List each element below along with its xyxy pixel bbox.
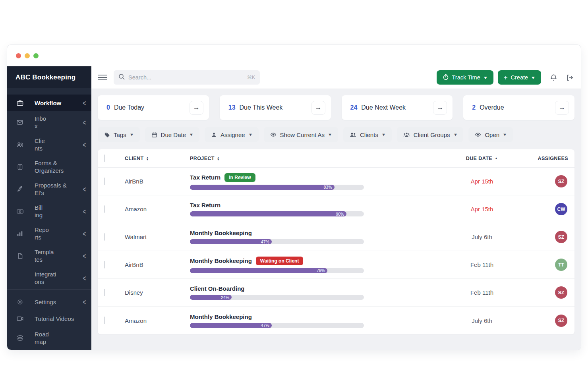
brand-title: ABC Bookkeeping [7,66,91,88]
search-box[interactable]: ⌘K [114,70,260,85]
filter-clients[interactable]: Clients▼ [343,127,392,142]
status-badge: In Review [224,173,255,182]
select-all-checkbox[interactable] [104,154,105,162]
stat-card-due-next-week: 24Due Next Week→ [342,95,453,120]
sidebar-item-clients[interactable]: Clie nts< [7,133,91,156]
sidebar-item-proposals-els[interactable]: Proposals & El’s< [7,178,91,200]
assignee-avatar[interactable]: SZ [555,175,567,187]
notifications-bell-icon[interactable] [550,74,557,81]
row-checkbox[interactable] [104,261,105,268]
sidebar-item-label: Repo rts [35,226,81,241]
sidebar-item-forms-organizers[interactable]: Forms & Organizers [7,156,91,178]
search-shortcut: ⌘K [247,75,255,80]
filter-client-groups[interactable]: Client Groups▼ [397,127,464,142]
chevron-down-icon: ▼ [381,133,386,137]
stat-value: 0 [106,104,110,111]
create-button[interactable]: + Create ▼ [498,70,541,85]
roadmap-icon [16,334,24,342]
chevron-left-icon: < [83,207,86,216]
row-checkbox[interactable] [104,178,105,185]
arrow-right-icon[interactable]: → [433,101,447,115]
sidebar-footer-nav: Settings<Tutorial VideosRoad map [7,289,91,350]
filter-assignee[interactable]: Assignee▼ [205,127,259,142]
table-row[interactable]: DisneyClient On-Boarding24%Feb 11thSZ [98,279,574,307]
progress-percent: 24% [221,295,232,300]
arrow-right-icon[interactable]: → [311,101,325,115]
search-input[interactable] [128,74,247,81]
arrow-right-icon[interactable]: → [190,101,203,115]
filter-show-current-as[interactable]: Show Current As▼ [264,127,338,142]
assignee-avatar[interactable]: CW [555,203,567,215]
row-checkbox[interactable] [104,205,105,213]
due-date: July 6th [432,234,532,240]
chevron-left-icon: < [83,141,86,149]
table-row[interactable]: AirBnBMonthly BookkeepingWaiting on Clie… [98,251,574,279]
chevron-down-icon: ▼ [248,133,253,137]
row-checkbox[interactable] [104,289,105,296]
window-close-button[interactable] [16,53,21,58]
chevron-down-icon: ▼ [503,133,507,137]
sidebar-nav: Workflow<Inbo x<Clie nts<Forms & Organiz… [7,88,91,289]
project-name: Tax Return [190,202,220,209]
arrow-right-icon[interactable]: → [555,101,569,115]
filter-due-date[interactable]: Due Date▼ [145,127,199,142]
sidebar-item-workflow[interactable]: Workflow< [7,95,91,111]
sidebar-item-inbox[interactable]: Inbo x< [7,111,91,133]
due-date: Apr 15th [432,206,532,212]
stat-label: Due Next Week [361,104,406,111]
sidebar-item-label: Proposals & El’s [35,182,81,197]
sidebar-item-templates[interactable]: Templa tes< [7,245,91,267]
sidebar-item-label: Settings [35,298,81,306]
track-time-button[interactable]: Track Time ▼ [437,70,493,85]
eye-icon [475,131,481,138]
forms-icon [16,163,24,171]
progress-percent: 47% [261,323,272,328]
client-name: Amazon [125,317,190,324]
row-checkbox[interactable] [104,233,105,241]
assignee-avatar[interactable]: SZ [555,231,567,243]
filter-tags[interactable]: Tags▼ [98,127,140,142]
chevron-down-icon: ▼ [531,75,536,80]
assignee-avatar[interactable]: SZ [555,315,567,327]
filter-label: Tags [114,131,126,138]
project-name: Monthly Bookkeeping [190,313,252,320]
sidebar-item-settings[interactable]: Settings< [7,294,91,310]
column-header-project[interactable]: PROJECT ▲▼ [190,156,432,161]
stat-label: Overdue [480,104,504,111]
filter-label: Due Date [161,131,186,138]
sidebar-item-reports[interactable]: Repo rts< [7,222,91,245]
window-zoom-button[interactable] [33,53,39,58]
menu-toggle-icon[interactable] [98,75,107,80]
stat-value: 2 [472,104,476,111]
table-row[interactable]: WalmartMonthly Bookkeeping47%July 6thSZ [98,223,574,251]
table-row[interactable]: AmazonMonthly Bookkeeping47%July 6thSZ [98,307,574,334]
briefcase-icon [16,99,24,107]
sidebar-item-integrations[interactable]: Integrati ons< [7,267,91,289]
assignee-avatar[interactable]: TT [555,259,567,271]
logout-icon[interactable] [566,74,574,81]
client-name: Disney [125,289,190,296]
column-header-due-date[interactable]: DUE DATE ▲ [432,156,532,161]
filter-open[interactable]: Open▼ [468,127,513,142]
sidebar-item-tutorial-videos[interactable]: Tutorial Videos [7,310,91,327]
row-checkbox[interactable] [104,317,105,324]
sidebar-item-label: Tutorial Videos [35,315,86,322]
progress-bar: 90% [190,211,364,216]
app-window: ABC Bookkeeping Workflow<Inbo x<Clie nts… [7,45,581,350]
chevron-down-icon: ▼ [483,75,488,80]
column-header-client[interactable]: CLIENT ▲▼ [125,156,190,161]
progress-bar: 24% [190,295,364,300]
window-minimize-button[interactable] [25,53,30,58]
chevron-left-icon: < [83,252,86,260]
table-row[interactable]: AirBnBTax ReturnIn Review83%Apr 15thSZ [98,168,574,195]
calendar-icon [151,132,157,138]
billing-icon [16,207,24,215]
sidebar-item-label: Bill ing [35,204,81,219]
sidebar-item-billing[interactable]: Bill ing< [7,200,91,222]
chevron-left-icon: < [83,274,86,282]
table-row[interactable]: AmazonTax Return90%Apr 15thCW [98,195,574,223]
table-header-row: CLIENT ▲▼ PROJECT ▲▼ DUE DATE ▲ ASSIGN [98,149,574,168]
sidebar-item-roadmap[interactable]: Road map [7,327,91,349]
project-name: Tax Return [190,174,220,181]
assignee-avatar[interactable]: SZ [555,286,567,299]
